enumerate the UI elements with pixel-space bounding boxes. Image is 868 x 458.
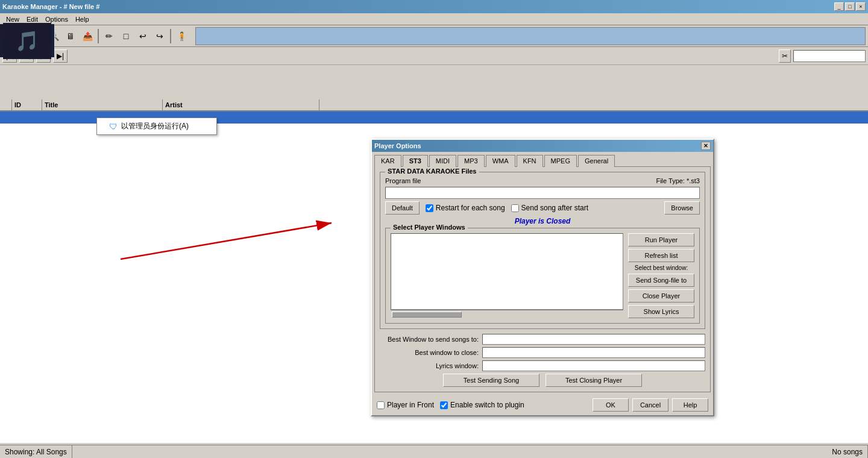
title-bar-controls: _ □ × xyxy=(834,2,866,11)
song-nav-bar: |◀ ◀ ▶ ▶| ✂ xyxy=(0,47,868,65)
restart-label: Restart for each song xyxy=(436,204,505,212)
context-run-as-admin[interactable]: 🛡 以管理员身份运行(A) xyxy=(97,119,216,133)
listbox-container xyxy=(391,233,623,318)
tab-kfn[interactable]: KFN xyxy=(517,155,543,167)
run-player-button[interactable]: Run Player xyxy=(628,233,694,246)
refresh-list-button[interactable]: Refresh list xyxy=(628,249,694,262)
menu-help[interactable]: Help xyxy=(72,14,93,24)
progress-area xyxy=(195,27,866,45)
dialog-close-button[interactable]: ✕ xyxy=(701,142,711,150)
send-after-label: Send song after start xyxy=(521,204,588,212)
tool-export[interactable]: 📤 xyxy=(80,28,95,44)
cancel-button[interactable]: Cancel xyxy=(632,398,668,412)
maximize-button[interactable]: □ xyxy=(845,2,855,11)
col-header-id: ID xyxy=(12,99,42,110)
nav-options[interactable]: ✂ xyxy=(779,49,791,63)
lyrics-window-input[interactable] xyxy=(482,360,705,371)
watermark: 🎵 xyxy=(0,24,54,57)
best-close-input[interactable] xyxy=(482,347,705,358)
context-menu: 🛡 以管理员身份运行(A) xyxy=(96,118,217,135)
tab-mpeg[interactable]: MPEG xyxy=(544,155,577,167)
menu-bar: New Edit Options Help xyxy=(0,13,868,25)
footer-checkboxes: Player in Front Enable switch to plugin xyxy=(377,401,524,409)
send-after-checkbox-row: Send song after start xyxy=(511,204,588,212)
program-file-input-row xyxy=(385,187,700,199)
tool-redo[interactable]: ↪ xyxy=(152,28,168,44)
dialog-footer: Player in Front Enable switch to plugin … xyxy=(372,395,713,415)
col-header-artist: Artist xyxy=(163,99,319,110)
tool-square[interactable]: □ xyxy=(118,28,134,44)
send-after-checkbox[interactable] xyxy=(511,204,519,212)
select-windows-area: Run Player Refresh list Select best wind… xyxy=(391,233,694,318)
restart-checkbox[interactable] xyxy=(426,204,433,212)
tab-wma[interactable]: WMA xyxy=(486,155,515,167)
tool-display[interactable]: 🖥 xyxy=(63,28,78,44)
best-close-row: Best window to close: xyxy=(380,347,705,358)
horizontal-scrollbar[interactable] xyxy=(391,310,623,318)
file-type-label: File Type: *.st3 xyxy=(656,177,700,184)
controls-row: Default Restart for each song Send song … xyxy=(385,201,700,215)
window-action-buttons: Run Player Refresh list Select best wind… xyxy=(628,233,694,318)
player-front-row: Player in Front xyxy=(377,401,434,409)
search-field[interactable] xyxy=(793,50,866,62)
tool-undo[interactable]: ↩ xyxy=(135,28,151,44)
tool-person[interactable]: 🧍 xyxy=(174,28,189,44)
tab-midi[interactable]: MIDI xyxy=(429,155,456,167)
enable-switch-checkbox[interactable] xyxy=(440,401,448,409)
best-window-row: Best Window to send songs to: xyxy=(380,334,705,345)
tab-kar[interactable]: KAR xyxy=(374,155,401,167)
tab-general[interactable]: General xyxy=(578,155,615,167)
best-window-input[interactable] xyxy=(482,334,705,345)
best-close-label: Best window to close: xyxy=(380,349,482,356)
best-window-label: Best Window to send songs to: xyxy=(380,336,482,343)
player-windows-listbox[interactable] xyxy=(391,233,623,310)
table-header: ID Title Artist xyxy=(0,99,868,111)
restart-checkbox-row: Restart for each song xyxy=(426,204,505,212)
status-right: No songs xyxy=(827,445,868,458)
status-left: Showing: All Songs xyxy=(0,445,72,458)
lyrics-window-row: Lyrics window: xyxy=(380,360,705,371)
separator-3 xyxy=(170,29,171,43)
tab-bar: KAR ST3 MIDI MP3 WMA KFN MPEG General xyxy=(372,152,713,166)
select-player-group: Select Player Windows Run Player Refresh… xyxy=(385,228,700,324)
tab-content: STAR DATA KARAOKE Files Program file Fil… xyxy=(374,166,711,392)
music-icon: 🎵 xyxy=(3,23,51,59)
nav-last[interactable]: ▶| xyxy=(53,49,68,63)
show-lyrics-button[interactable]: Show Lyrics xyxy=(628,305,694,318)
select-player-label: Select Player Windows xyxy=(391,224,468,231)
program-file-row: Program file File Type: *.st3 xyxy=(385,177,700,184)
tab-mp3[interactable]: MP3 xyxy=(458,155,485,167)
showing-label: Showing: All Songs xyxy=(5,448,67,456)
close-player-button[interactable]: Close Player xyxy=(628,289,694,303)
lyrics-window-label: Lyrics window: xyxy=(380,362,482,369)
group-box-label: STAR DATA KARAOKE Files xyxy=(385,168,479,175)
dialog-title-text: Player Options xyxy=(374,142,421,149)
dialog-action-buttons: OK Cancel Help xyxy=(593,398,708,412)
browse-button[interactable]: Browse xyxy=(664,201,700,215)
separator-2 xyxy=(98,29,99,43)
enable-switch-row: Enable switch to plugin xyxy=(440,401,524,409)
tool-edit[interactable]: ✏ xyxy=(101,28,117,44)
tab-st3[interactable]: ST3 xyxy=(403,155,428,167)
player-front-checkbox[interactable] xyxy=(377,401,385,409)
send-song-button[interactable]: Send Song-file to xyxy=(628,274,694,287)
default-button[interactable]: Default xyxy=(385,201,420,215)
player-options-dialog: Player Options ✕ KAR ST3 MIDI MP3 WMA KF… xyxy=(371,139,714,416)
title-bar: Karaoke Manager - # New file # _ □ × xyxy=(0,0,868,13)
test-closing-button[interactable]: Test Closing Player xyxy=(546,374,642,387)
star-data-group: STAR DATA KARAOKE Files Program file Fil… xyxy=(380,172,705,329)
help-button[interactable]: Help xyxy=(672,398,708,412)
toolbar: 🎵 📂 💾 🔍 🖥 📤 ✏ □ ↩ ↪ 🧍 xyxy=(0,25,868,47)
bottom-form: Best Window to send songs to: Best windo… xyxy=(380,334,705,387)
ok-button[interactable]: OK xyxy=(593,398,629,412)
player-front-label: Player in Front xyxy=(387,401,434,409)
program-file-input[interactable] xyxy=(385,187,700,199)
close-button[interactable]: × xyxy=(856,2,866,11)
svg-line-1 xyxy=(121,223,332,259)
dialog-title-bar: Player Options ✕ xyxy=(372,140,713,152)
minimize-button[interactable]: _ xyxy=(834,2,844,11)
test-buttons-row: Test Sending Song Test Closing Player xyxy=(380,374,705,387)
test-sending-button[interactable]: Test Sending Song xyxy=(443,374,539,387)
shield-icon: 🛡 xyxy=(109,122,118,131)
songs-count: No songs xyxy=(832,448,863,456)
